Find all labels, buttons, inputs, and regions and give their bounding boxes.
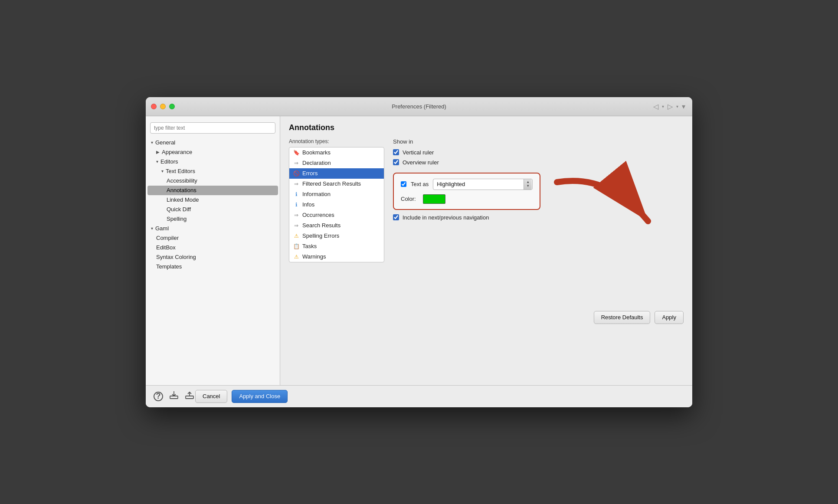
annotation-types-column: Annotation types: 🔖 Bookmarks ⇒ Declarat… bbox=[289, 138, 384, 380]
color-swatch[interactable] bbox=[423, 194, 445, 204]
sidebar-item-accessibility[interactable]: Accessibility bbox=[147, 176, 278, 186]
vertical-ruler-label: Vertical ruler bbox=[403, 149, 434, 156]
import-icon bbox=[169, 393, 179, 401]
arrow-icon: ▾ bbox=[151, 140, 153, 145]
navigation-checkbox[interactable] bbox=[393, 214, 399, 220]
arrow-icon: ⇒ bbox=[293, 181, 300, 187]
text-as-select[interactable]: Highlighted ▲ ▼ bbox=[433, 179, 533, 190]
annotation-panel: Annotation types: 🔖 Bookmarks ⇒ Declarat… bbox=[289, 138, 684, 380]
tree: ▾ General ▶ Appearance ▾ Editors ▾ Text … bbox=[146, 138, 280, 382]
sidebar-item-quick-diff[interactable]: Quick Diff bbox=[147, 205, 278, 214]
warning-icon: ⚠ bbox=[293, 254, 300, 260]
show-in-column: Show in Vertical ruler Overview ruler T bbox=[393, 138, 684, 380]
select-arrows: ▲ ▼ bbox=[524, 179, 532, 190]
ann-item-spelling-errors[interactable]: ⚠ Spelling Errors bbox=[289, 231, 384, 241]
page-title: Annotations bbox=[289, 123, 684, 132]
help-icon: ? bbox=[154, 392, 163, 401]
sidebar-item-label: Text Editors bbox=[166, 168, 195, 174]
info-icon: ℹ bbox=[293, 202, 300, 208]
close-button[interactable] bbox=[151, 104, 157, 109]
back-dropdown-icon[interactable]: ▾ bbox=[662, 104, 664, 109]
arrow-icon: ▾ bbox=[161, 169, 164, 173]
ann-item-filtered-search[interactable]: ⇒ Filtered Search Results bbox=[289, 179, 384, 189]
ann-item-label: Occurrences bbox=[302, 212, 334, 218]
ann-item-occurrences[interactable]: ⇒ Occurrences bbox=[289, 210, 384, 220]
annotation-list: 🔖 Bookmarks ⇒ Declaration 🚫 Errors ⇒ bbox=[289, 147, 384, 262]
forward-dropdown-icon[interactable]: ▾ bbox=[676, 104, 678, 109]
show-in-label: Show in bbox=[393, 138, 684, 145]
cancel-button[interactable]: Cancel bbox=[195, 390, 227, 403]
sidebar-item-gaml[interactable]: ▾ Gaml bbox=[147, 224, 278, 233]
sidebar-item-label: Templates bbox=[156, 263, 182, 270]
restore-defaults-button[interactable]: Restore Defaults bbox=[594, 311, 651, 324]
bottom-left-icons: ? bbox=[153, 390, 195, 403]
task-icon: 📋 bbox=[293, 243, 300, 249]
ann-item-label: Errors bbox=[302, 170, 318, 177]
apply-close-button[interactable]: Apply and Close bbox=[232, 390, 288, 403]
sidebar-item-label: Annotations bbox=[167, 187, 196, 193]
info-icon: ℹ bbox=[293, 191, 300, 197]
svg-rect-3 bbox=[186, 396, 193, 399]
sidebar-item-editbox[interactable]: EditBox bbox=[147, 243, 278, 252]
arrow-icon: ▾ bbox=[151, 226, 153, 231]
ann-item-warnings[interactable]: ⚠ Warnings bbox=[289, 252, 384, 262]
sidebar: ▾ General ▶ Appearance ▾ Editors ▾ Text … bbox=[146, 116, 280, 385]
overview-ruler-label: Overview ruler bbox=[403, 159, 439, 166]
sidebar-item-spelling[interactable]: Spelling bbox=[147, 214, 278, 224]
filter-input[interactable] bbox=[150, 122, 275, 134]
minimize-button[interactable] bbox=[160, 104, 166, 109]
titlebar: Preferences (Filtered) ◁ ▾ ▷ ▾ ▾ bbox=[146, 97, 692, 116]
import-button[interactable] bbox=[168, 390, 180, 403]
color-label: Color: bbox=[401, 196, 416, 202]
content-area: Annotations Annotation types: 🔖 Bookmark… bbox=[280, 116, 692, 385]
sidebar-item-syntax-coloring[interactable]: Syntax Coloring bbox=[147, 252, 278, 262]
sidebar-item-label: Spelling bbox=[167, 216, 187, 222]
sidebar-item-label: Gaml bbox=[155, 225, 169, 232]
forward-button[interactable]: ▷ bbox=[666, 101, 674, 111]
navigation-label: Include in next/previous navigation bbox=[403, 214, 489, 221]
sidebar-item-appearance[interactable]: ▶ Appearance bbox=[147, 147, 278, 157]
warning-icon: ⚠ bbox=[293, 233, 300, 239]
nav-buttons: ◁ ▾ ▷ ▾ ▾ bbox=[651, 101, 687, 111]
sidebar-item-text-editors[interactable]: ▾ Text Editors bbox=[147, 167, 278, 176]
overview-ruler-checkbox[interactable] bbox=[393, 159, 399, 165]
menu-dropdown-button[interactable]: ▾ bbox=[680, 101, 687, 111]
sidebar-item-compiler[interactable]: Compiler bbox=[147, 233, 278, 243]
filter-input-wrap bbox=[146, 120, 280, 138]
sidebar-item-general[interactable]: ▾ General bbox=[147, 138, 278, 147]
ann-item-bookmarks[interactable]: 🔖 Bookmarks bbox=[289, 147, 384, 158]
window-title: Preferences (Filtered) bbox=[392, 103, 446, 110]
main-layout: ▾ General ▶ Appearance ▾ Editors ▾ Text … bbox=[146, 116, 692, 385]
sidebar-item-annotations[interactable]: Annotations bbox=[147, 186, 278, 195]
vertical-ruler-checkbox[interactable] bbox=[393, 149, 399, 155]
text-as-checkbox[interactable] bbox=[401, 181, 406, 187]
footer-buttons: Cancel Apply and Close bbox=[195, 390, 288, 403]
sidebar-item-editors[interactable]: ▾ Editors bbox=[147, 157, 278, 167]
ann-item-label: Tasks bbox=[302, 243, 317, 249]
arrow-icon: ▾ bbox=[156, 159, 158, 164]
sidebar-item-linked-mode[interactable]: Linked Mode bbox=[147, 195, 278, 205]
ann-item-search-results[interactable]: ⇒ Search Results bbox=[289, 220, 384, 231]
export-button[interactable] bbox=[184, 390, 195, 403]
arrow-icon: ⇒ bbox=[293, 223, 300, 229]
ann-item-declaration[interactable]: ⇒ Declaration bbox=[289, 158, 384, 168]
maximize-button[interactable] bbox=[169, 104, 175, 109]
preferences-window: Preferences (Filtered) ◁ ▾ ▷ ▾ ▾ ▾ Gener… bbox=[146, 97, 692, 407]
text-as-row: Text as Highlighted ▲ ▼ bbox=[401, 179, 533, 190]
apply-button[interactable]: Apply bbox=[655, 311, 684, 324]
ann-item-label: Information bbox=[302, 191, 331, 197]
sidebar-item-label: General bbox=[155, 139, 175, 146]
sidebar-item-label: Linked Mode bbox=[167, 196, 199, 203]
sidebar-item-templates[interactable]: Templates bbox=[147, 262, 278, 272]
ann-item-errors[interactable]: 🚫 Errors bbox=[289, 168, 384, 179]
traffic-lights bbox=[151, 104, 175, 109]
ann-item-tasks[interactable]: 📋 Tasks bbox=[289, 241, 384, 252]
ann-item-label: Warnings bbox=[302, 253, 326, 260]
sidebar-item-label: Editors bbox=[160, 158, 178, 165]
vertical-ruler-row: Vertical ruler bbox=[393, 149, 684, 156]
annotation-types-label: Annotation types: bbox=[289, 138, 384, 144]
back-button[interactable]: ◁ bbox=[651, 101, 660, 111]
help-button[interactable]: ? bbox=[153, 391, 164, 402]
ann-item-information[interactable]: ℹ Information bbox=[289, 189, 384, 200]
ann-item-infos[interactable]: ℹ Infos bbox=[289, 200, 384, 210]
